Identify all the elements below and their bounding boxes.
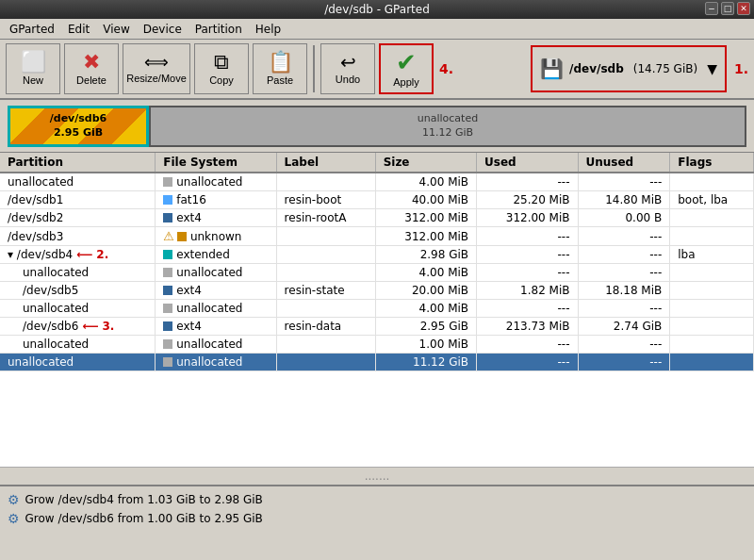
- cell-unused: ---: [578, 264, 670, 282]
- cell-unused: ---: [578, 227, 670, 246]
- bottom-area: ⚙ Grow /dev/sdb4 from 1.03 GiB to 2.98 G…: [0, 485, 754, 560]
- table-row[interactable]: /dev/sdb3 ⚠unknown 312.00 MiB --- ---: [0, 227, 754, 246]
- cell-label: [276, 173, 375, 191]
- fs-color-indicator: [163, 177, 172, 187]
- cell-unused: 18.18 MiB: [578, 282, 670, 300]
- col-unused: Unused: [578, 153, 670, 173]
- table-row[interactable]: unallocated unallocated 1.00 MiB --- ---: [0, 336, 754, 354]
- window-controls: − □ ✕: [705, 2, 750, 15]
- disk-vis-sdb6[interactable]: /dev/sdb62.95 GiB: [8, 106, 149, 147]
- cell-used: ---: [477, 227, 578, 246]
- menu-view[interactable]: View: [97, 22, 135, 37]
- cell-partition-name: /dev/sdb1: [0, 191, 156, 209]
- cell-filesystem: unallocated: [156, 336, 276, 354]
- paste-button[interactable]: 📋 Paste: [253, 43, 307, 94]
- pending-op-1-text: Grow /dev/sdb4 from 1.03 GiB to 2.98 GiB: [25, 493, 263, 506]
- device-disk-icon: 💾: [540, 58, 564, 80]
- cell-size: 2.98 GiB: [375, 246, 476, 264]
- device-selector[interactable]: 💾 /dev/sdb (14.75 GiB) ▼: [531, 45, 727, 92]
- cell-flags: [670, 300, 754, 318]
- cell-size: 11.12 GiB: [375, 354, 476, 371]
- cell-size: 4.00 MiB: [375, 173, 476, 191]
- pending-op-2: ⚙ Grow /dev/sdb6 from 1.00 GiB to 2.95 G…: [8, 509, 746, 528]
- cell-unused: 2.74 GiB: [578, 318, 670, 336]
- copy-button[interactable]: ⧉ Copy: [194, 43, 249, 94]
- disk-vis-unallocated[interactable]: unallocated11.12 GiB: [149, 106, 746, 147]
- table-row[interactable]: /dev/sdb2 ext4 resin-rootA 312.00 MiB 31…: [0, 209, 754, 227]
- apply-label: Apply: [393, 76, 419, 88]
- undo-button[interactable]: ↩ Undo: [320, 43, 375, 94]
- cell-label: [276, 336, 375, 354]
- fs-color-indicator: [163, 357, 172, 367]
- cell-label: [276, 264, 375, 282]
- cell-label: [276, 354, 375, 371]
- cell-size: 2.95 GiB: [375, 318, 476, 336]
- cell-size: 312.00 MiB: [375, 227, 476, 246]
- delete-button[interactable]: ✖ Delete: [64, 43, 119, 94]
- menu-device[interactable]: Device: [138, 22, 188, 37]
- col-label: Label: [276, 153, 375, 173]
- table-row[interactable]: unallocated unallocated 4.00 MiB --- ---: [0, 300, 754, 318]
- maximize-button[interactable]: □: [721, 2, 734, 15]
- cell-partition-name: /dev/sdb6 ⟵ 3.: [0, 318, 156, 336]
- table-row[interactable]: unallocated unallocated 4.00 MiB --- ---: [0, 173, 754, 191]
- cell-flags: [670, 318, 754, 336]
- fs-color-indicator: [163, 286, 172, 295]
- col-used: Used: [477, 153, 578, 173]
- op-2-icon: ⚙: [8, 511, 20, 526]
- disk-visual: /dev/sdb62.95 GiB unallocated11.12 GiB: [0, 100, 754, 153]
- menu-help[interactable]: Help: [250, 22, 287, 37]
- cell-flags: [670, 227, 754, 246]
- fs-color-indicator: [163, 195, 172, 205]
- warning-icon: ⚠: [163, 229, 174, 243]
- cell-partition-name: /dev/sdb3: [0, 227, 156, 246]
- cell-used: 25.20 MiB: [477, 191, 578, 209]
- cell-label: [276, 246, 375, 264]
- cell-filesystem: unallocated: [156, 173, 276, 191]
- cell-flags: [670, 209, 754, 227]
- table-row[interactable]: unallocated unallocated 4.00 MiB --- ---: [0, 264, 754, 282]
- cell-used: ---: [477, 264, 578, 282]
- menu-partition[interactable]: Partition: [189, 22, 248, 37]
- toolbar-separator: [313, 45, 315, 92]
- cell-filesystem: unallocated: [156, 354, 276, 371]
- table-row[interactable]: /dev/sdb5 ext4 resin-state 20.00 MiB 1.8…: [0, 282, 754, 300]
- cell-used: ---: [477, 336, 578, 354]
- cell-partition-name: /dev/sdb2: [0, 209, 156, 227]
- cell-partition-name: unallocated: [0, 300, 156, 318]
- resize-icon: ⟺: [144, 54, 169, 71]
- menu-edit[interactable]: Edit: [62, 22, 95, 37]
- fs-color-indicator: [163, 321, 172, 331]
- col-flags: Flags: [670, 153, 754, 173]
- menu-gparted[interactable]: GParted: [4, 22, 60, 37]
- table-row[interactable]: /dev/sdb1 fat16 resin-boot 40.00 MiB 25.…: [0, 191, 754, 209]
- resize-button[interactable]: ⟺ Resize/Move: [123, 43, 190, 94]
- copy-label: Copy: [209, 74, 234, 86]
- table-row[interactable]: ▾ /dev/sdb4 ⟵ 2. extended 2.98 GiB --- -…: [0, 246, 754, 264]
- device-name: /dev/sdb: [569, 62, 624, 75]
- new-button[interactable]: ⬜ New: [6, 43, 60, 94]
- fs-color-indicator: [163, 339, 172, 349]
- cell-unused: ---: [578, 173, 670, 191]
- partition-table-area: Partition File System Label Size Used Un…: [0, 153, 754, 467]
- disk-vis-unalloc-label: unallocated11.12 GiB: [418, 112, 478, 140]
- col-filesystem: File System: [156, 153, 276, 173]
- apply-button[interactable]: ✔ Apply: [379, 43, 434, 94]
- close-button[interactable]: ✕: [737, 2, 750, 15]
- cell-label: resin-data: [276, 318, 375, 336]
- cell-label: resin-state: [276, 282, 375, 300]
- table-row[interactable]: /dev/sdb6 ⟵ 3. ext4 resin-data 2.95 GiB …: [0, 318, 754, 336]
- partition-table: Partition File System Label Size Used Un…: [0, 153, 754, 371]
- cell-used: ---: [477, 300, 578, 318]
- cell-filesystem: ⚠unknown: [156, 227, 276, 246]
- pending-op-1: ⚙ Grow /dev/sdb4 from 1.03 GiB to 2.98 G…: [8, 490, 746, 509]
- op-1-icon: ⚙: [8, 492, 20, 507]
- minimize-button[interactable]: −: [705, 2, 718, 15]
- cell-unused: ---: [578, 246, 670, 264]
- partition-tbody: unallocated unallocated 4.00 MiB --- ---…: [0, 173, 754, 371]
- cell-used: ---: [477, 173, 578, 191]
- table-row[interactable]: unallocated unallocated 11.12 GiB --- --…: [0, 354, 754, 371]
- device-size: (14.75 GiB): [633, 62, 697, 75]
- cell-size: 4.00 MiB: [375, 264, 476, 282]
- pending-op-2-text: Grow /dev/sdb6 from 1.00 GiB to 2.95 GiB: [25, 512, 263, 525]
